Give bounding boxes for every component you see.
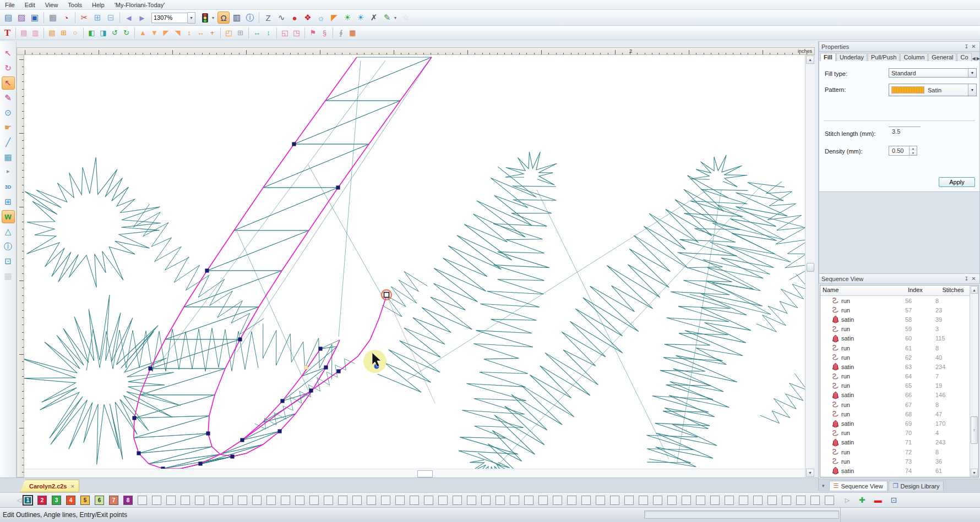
table-row[interactable]: run618 xyxy=(820,343,978,353)
palette-empty-slot[interactable] xyxy=(810,496,820,505)
palette-empty-slot[interactable] xyxy=(725,496,734,505)
tab-scroll-right-icon[interactable]: ▶ xyxy=(977,56,980,61)
angle-line-node[interactable] xyxy=(304,366,308,370)
palette-empty-slot[interactable] xyxy=(338,496,347,505)
table-row[interactable]: run593 xyxy=(820,325,978,334)
tab-underlay[interactable]: Underlay xyxy=(836,53,867,61)
tab-scroll-left-icon[interactable]: ◀ xyxy=(972,56,976,61)
palette-empty-slot[interactable] xyxy=(138,496,147,505)
palette-empty-slot[interactable] xyxy=(266,496,276,505)
order-forward-icon[interactable]: ▲ xyxy=(138,28,148,38)
palette-color-1[interactable]: 1 xyxy=(23,496,32,505)
palette-empty-slot[interactable] xyxy=(367,496,376,505)
palette-empty-slot[interactable] xyxy=(424,496,433,505)
pencil-edit-icon[interactable]: ✎ xyxy=(381,12,393,24)
palette-empty-slot[interactable] xyxy=(352,496,362,505)
outline-node[interactable] xyxy=(149,367,153,371)
palette-empty-slot[interactable] xyxy=(395,496,405,505)
flag-icon[interactable]: ⚑ xyxy=(308,28,318,38)
center-design-icon[interactable]: + xyxy=(207,28,217,38)
palette-empty-slot[interactable] xyxy=(481,496,491,505)
menu-item-myflorianitoday[interactable]: 'My-Floriani-Today' xyxy=(110,1,170,9)
menu-item-file[interactable]: File xyxy=(0,1,20,9)
zoom-level-combo[interactable]: ▼ xyxy=(151,12,195,24)
film-strip-icon[interactable]: ▥ xyxy=(231,12,243,24)
curve-stitch-icon[interactable]: ∿ xyxy=(275,12,287,24)
chevron-down-icon[interactable]: ▼ xyxy=(968,84,976,96)
outline-node[interactable] xyxy=(292,142,296,146)
cross-stitch-icon[interactable]: ✗ xyxy=(368,12,380,24)
duplicate-object-icon[interactable]: ▥ xyxy=(30,28,41,38)
page-settings-icon[interactable]: ▤ xyxy=(47,28,57,38)
outline-node[interactable] xyxy=(336,186,340,190)
sequence-scroll-thumb[interactable]: ≡ xyxy=(971,416,978,444)
palette-empty-slot[interactable] xyxy=(152,496,161,505)
sequence-scrollbar[interactable]: ▲ ≡ ▼ xyxy=(970,285,978,477)
chevron-down-icon[interactable]: ▾ xyxy=(394,15,399,20)
palette-empty-slot[interactable] xyxy=(324,496,333,505)
palette-empty-slot[interactable] xyxy=(496,496,505,505)
info-icon[interactable]: ⓘ xyxy=(244,12,256,24)
pattern-select[interactable]: Satin ▼ xyxy=(889,84,977,96)
document-tab[interactable]: Carolyn2.c2s × xyxy=(20,480,79,492)
table-row[interactable]: satin71243 xyxy=(820,438,978,447)
pin-icon[interactable]: ↧ xyxy=(963,276,970,282)
palette-scroll-left-icon[interactable]: ◁ xyxy=(15,497,23,504)
tab-pullpush[interactable]: Pull/Push xyxy=(868,53,900,61)
apply-button[interactable]: Apply xyxy=(939,177,975,187)
tab-fill[interactable]: Fill xyxy=(820,53,836,61)
palette-empty-slot[interactable] xyxy=(295,496,304,505)
closed-loop-icon[interactable]: ⊡ xyxy=(2,255,15,268)
palette-color-7[interactable]: 7 xyxy=(109,496,118,505)
spin-down-icon[interactable]: ▼ xyxy=(910,151,917,155)
tab-column[interactable]: Column xyxy=(900,53,928,61)
palette-empty-slot[interactable] xyxy=(639,496,648,505)
node-edit-icon[interactable]: ✎ xyxy=(2,91,15,105)
remove-color-icon[interactable]: ▬ xyxy=(874,496,882,504)
space-horizontal-icon[interactable]: ↔ xyxy=(252,28,262,38)
outline-node[interactable] xyxy=(324,366,328,370)
outline-node[interactable] xyxy=(206,432,210,436)
canvas-horizontal-scrollbar[interactable] xyxy=(24,469,805,477)
speed-gauge-icon[interactable]: ◔ xyxy=(60,12,72,24)
chevron-down-icon[interactable]: ▾ xyxy=(822,483,825,488)
snap-icon[interactable]: § xyxy=(319,28,330,38)
palette-color-5[interactable]: 5 xyxy=(80,496,90,505)
monitor-icon[interactable]: ⊡ xyxy=(891,496,897,504)
chevron-down-icon[interactable]: ▼ xyxy=(188,12,195,24)
nudge-up-icon[interactable]: ◱ xyxy=(280,28,290,38)
palette-empty-slot[interactable] xyxy=(410,496,419,505)
palette-empty-slot[interactable] xyxy=(696,496,705,505)
expander-icon[interactable]: ‣ xyxy=(2,166,15,179)
close-icon[interactable]: ✕ xyxy=(970,43,977,50)
palette-empty-slot[interactable] xyxy=(438,496,448,505)
tab-general[interactable]: General xyxy=(928,53,956,61)
palette-empty-slot[interactable] xyxy=(739,496,748,505)
palette-scroll-right-icon[interactable]: ▷ xyxy=(843,497,851,504)
flip-vertical-icon[interactable]: ◨ xyxy=(98,28,108,38)
table-row[interactable]: satin5839 xyxy=(820,315,978,324)
outline-node[interactable] xyxy=(319,347,323,351)
palette-empty-slot[interactable] xyxy=(538,496,548,505)
palette-empty-slot[interactable] xyxy=(567,496,576,505)
palette-empty-slot[interactable] xyxy=(610,496,619,505)
traffic-light-icon[interactable] xyxy=(199,12,211,24)
measure-icon[interactable]: ╱ xyxy=(2,136,15,149)
palette-empty-slot[interactable] xyxy=(553,496,562,505)
palette-empty-slot[interactable] xyxy=(209,496,219,505)
scroll-up-icon[interactable]: ▲ xyxy=(806,56,814,64)
palette-empty-slot[interactable] xyxy=(682,496,691,505)
palette-empty-slot[interactable] xyxy=(381,496,390,505)
background-image-icon[interactable]: ▦ xyxy=(2,151,15,164)
burst-stitch-icon[interactable]: ☼ xyxy=(315,12,327,24)
outline-node[interactable] xyxy=(278,430,282,433)
outline-node[interactable] xyxy=(205,269,209,273)
table-row[interactable]: run6240 xyxy=(820,353,978,362)
palette-empty-slot[interactable] xyxy=(524,496,533,505)
print-icon[interactable]: ▦ xyxy=(47,12,59,24)
calculator-icon[interactable]: ⊞ xyxy=(58,28,69,38)
density-spinbox[interactable]: 0.50 ▲▼ xyxy=(889,146,917,156)
align-vertical-icon[interactable]: ↕ xyxy=(184,28,194,38)
redo-icon[interactable]: ► xyxy=(136,12,148,24)
outline-node[interactable] xyxy=(337,370,341,373)
